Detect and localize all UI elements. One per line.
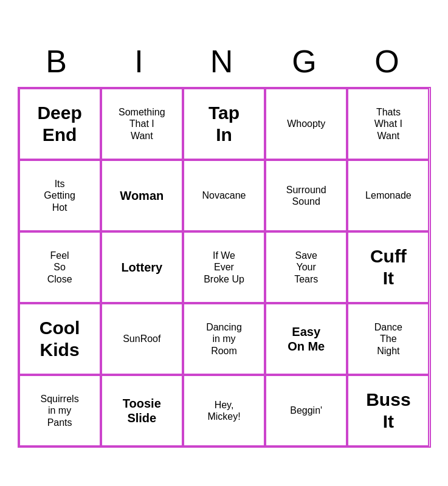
bingo-grid: DeepEndSomethingThat IWantTapInWhooptyTh… bbox=[18, 87, 431, 448]
header-letter: O bbox=[348, 38, 431, 84]
cell-text: ThatsWhat IWant bbox=[374, 106, 402, 142]
bingo-cell[interactable]: Squirrelsin myPants bbox=[19, 375, 101, 447]
cell-text: SomethingThat IWant bbox=[119, 106, 165, 142]
cell-text: Beggin' bbox=[290, 405, 322, 416]
header-letter: B bbox=[18, 38, 100, 84]
bingo-cell[interactable]: Woman bbox=[101, 160, 183, 231]
bingo-cell[interactable]: CuffIt bbox=[347, 231, 429, 303]
bingo-card: BINGO DeepEndSomethingThat IWantTapInWho… bbox=[12, 32, 437, 454]
bingo-cell[interactable]: Lemonade bbox=[347, 160, 429, 231]
bingo-cell[interactable]: CoolKids bbox=[19, 303, 101, 375]
bingo-header: BINGO bbox=[18, 38, 431, 84]
bingo-cell[interactable]: TapIn bbox=[183, 88, 265, 160]
cell-text: BussIt bbox=[366, 389, 410, 433]
cell-text: Squirrelsin myPants bbox=[41, 393, 79, 428]
bingo-cell[interactable]: Dancingin myRoom bbox=[183, 303, 265, 375]
cell-text: FeelSoClose bbox=[47, 250, 72, 285]
bingo-cell[interactable]: If WeEverBroke Up bbox=[183, 231, 265, 303]
bingo-cell[interactable]: SaveYourTears bbox=[265, 231, 347, 303]
cell-text: If WeEverBroke Up bbox=[204, 250, 244, 285]
bingo-cell[interactable]: FeelSoClose bbox=[19, 231, 101, 303]
cell-text: Whoopty bbox=[287, 118, 325, 129]
bingo-cell[interactable]: SunRoof bbox=[101, 303, 183, 375]
cell-text: Lemonade bbox=[365, 190, 412, 201]
header-letter: N bbox=[183, 38, 266, 84]
cell-text: Woman bbox=[120, 188, 164, 203]
bingo-cell[interactable]: BussIt bbox=[347, 375, 429, 447]
bingo-cell[interactable]: ItsGettingHot bbox=[19, 160, 101, 231]
cell-text: CoolKids bbox=[40, 317, 80, 361]
cell-text: ItsGettingHot bbox=[44, 178, 75, 213]
cell-text: Hey,Mickey! bbox=[207, 399, 240, 422]
bingo-cell[interactable]: EasyOn Me bbox=[265, 303, 347, 375]
bingo-cell[interactable]: Beggin' bbox=[265, 375, 347, 447]
cell-text: DanceTheNight bbox=[374, 321, 402, 357]
bingo-cell[interactable]: ThatsWhat IWant bbox=[347, 88, 429, 160]
bingo-cell[interactable]: SurroundSound bbox=[265, 160, 347, 231]
bingo-cell[interactable]: DeepEnd bbox=[19, 88, 101, 160]
cell-text: TapIn bbox=[208, 102, 240, 146]
header-letter: I bbox=[100, 38, 183, 84]
cell-text: EasyOn Me bbox=[288, 324, 325, 354]
bingo-cell[interactable]: DanceTheNight bbox=[347, 303, 429, 375]
header-letter: G bbox=[266, 38, 348, 84]
bingo-cell[interactable]: Hey,Mickey! bbox=[183, 375, 265, 447]
cell-text: ToosieSlide bbox=[123, 396, 161, 425]
cell-text: Lottery bbox=[121, 260, 162, 275]
cell-text: SurroundSound bbox=[286, 184, 326, 207]
cell-text: Dancingin myRoom bbox=[206, 321, 242, 357]
bingo-cell[interactable]: ToosieSlide bbox=[101, 375, 183, 447]
cell-text: SunRoof bbox=[123, 333, 160, 344]
cell-text: DeepEnd bbox=[37, 102, 81, 146]
bingo-cell[interactable]: Whoopty bbox=[265, 88, 347, 160]
bingo-cell[interactable]: Lottery bbox=[101, 231, 183, 303]
bingo-cell[interactable]: Novacane bbox=[183, 160, 265, 231]
cell-text: Novacane bbox=[202, 190, 246, 201]
cell-text: SaveYourTears bbox=[294, 250, 318, 285]
cell-text: CuffIt bbox=[370, 245, 407, 289]
bingo-cell[interactable]: SomethingThat IWant bbox=[101, 88, 183, 160]
